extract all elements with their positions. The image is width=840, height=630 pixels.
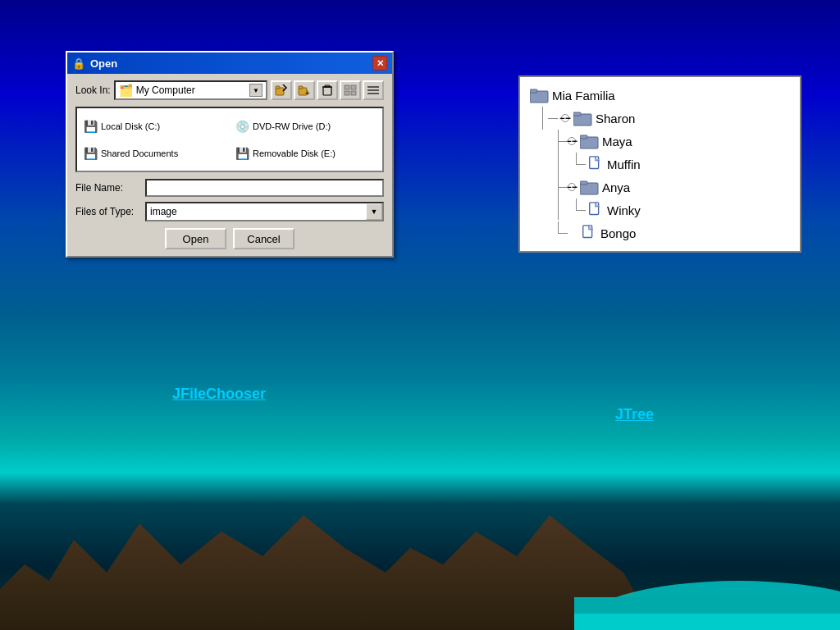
tree-label-bongo: Bongo — [600, 226, 636, 240]
files-area: 💾 Local Disk (C:) 💿 DVD-RW Drive (D:) 💾 … — [75, 107, 384, 172]
look-in-combo[interactable]: 🗂️ My Computer ▼ — [114, 80, 267, 100]
jfilechooser-link[interactable]: JFileChooser — [172, 386, 266, 403]
file-label-d: DVD-RW Drive (D:) — [253, 121, 331, 131]
svg-text:+: + — [305, 89, 310, 96]
up-folder-button[interactable] — [271, 80, 292, 100]
tree-row-sharon: − Sharon — [548, 107, 793, 130]
file-label-e: Removable Disk (E:) — [253, 148, 336, 158]
buttons-row: Open Cancel — [75, 228, 384, 249]
files-of-type-dropdown-arrow[interactable]: ▼ — [366, 203, 382, 220]
maya-children: Muffin — [584, 153, 793, 176]
files-of-type-label: Files of Type: — [75, 206, 145, 217]
sharon-branch: − Sharon − — [536, 107, 793, 244]
dialog-body: Look In: 🗂️ My Computer ▼ + — [67, 74, 392, 256]
folder-icon-sharon — [573, 110, 593, 126]
tree-label-sharon: Sharon — [596, 112, 635, 126]
delete-button[interactable] — [317, 80, 338, 100]
svg-rect-8 — [299, 86, 303, 89]
doc-icon-muffin — [588, 156, 603, 172]
file-item-removable[interactable]: 💾 Removable Disk (E:) — [234, 140, 377, 166]
jtree-link[interactable]: JTree — [615, 406, 654, 423]
tree-row-anya: − Anya — [566, 176, 793, 199]
folder-icon-root — [530, 87, 550, 103]
cancel-button[interactable]: Cancel — [233, 228, 294, 249]
tree-node-mia-familia: Mia Familia — [530, 84, 793, 107]
toolbar-buttons: + — [271, 80, 384, 100]
mountains-silhouette — [0, 466, 840, 630]
file-item-dvd[interactable]: 💿 DVD-RW Drive (D:) — [234, 113, 377, 139]
svg-rect-6 — [276, 86, 280, 89]
connector-sharon — [536, 107, 548, 130]
jtree-panel: Mia Familia − Sharon — [518, 75, 801, 253]
open-button[interactable]: Open — [165, 228, 226, 249]
file-name-input[interactable] — [145, 179, 384, 197]
svg-rect-21 — [530, 89, 537, 93]
view-toggle-button[interactable] — [340, 80, 361, 100]
tree-container: Mia Familia − Sharon — [520, 77, 800, 251]
svg-marker-0 — [0, 515, 410, 630]
file-item-shared[interactable]: 💾 Shared Documents — [82, 140, 226, 166]
file-item-local-disk[interactable]: 💾 Local Disk (C:) — [82, 113, 226, 139]
file-name-row: File Name: — [75, 179, 384, 197]
expand-anya[interactable]: − — [568, 183, 576, 191]
look-in-row: Look In: 🗂️ My Computer ▼ + — [75, 80, 384, 100]
tree-label-mia-familia: Mia Familia — [552, 89, 615, 103]
sharon-children: − Maya — [566, 130, 793, 244]
drive-icon-e: 💾 — [235, 147, 249, 160]
dialog-titlebar: 🔒 Open ✕ — [67, 52, 392, 74]
dialog-title-area: 🔒 Open — [72, 57, 117, 70]
files-of-type-row: Files of Type: image ▼ — [75, 202, 384, 221]
tree-row-maya: − Maya — [566, 130, 793, 153]
lock-icon: 🔒 — [72, 57, 85, 70]
drive-icon-shared: 💾 — [84, 147, 98, 160]
expand-sharon[interactable]: − — [561, 114, 569, 122]
svg-rect-25 — [580, 135, 587, 139]
file-label-shared: Shared Documents — [101, 148, 178, 158]
files-of-type-value: image — [147, 206, 366, 217]
svg-rect-23 — [573, 112, 581, 116]
folder-icon-anya — [580, 179, 600, 195]
svg-rect-12 — [325, 85, 330, 87]
file-label-c: Local Disk (C:) — [101, 121, 160, 131]
look-in-value: My Computer — [136, 84, 249, 96]
svg-rect-4 — [574, 614, 840, 630]
open-dialog: 🔒 Open ✕ Look In: 🗂️ My Computer ▼ + — [66, 51, 394, 258]
tree-label-winky: Winky — [607, 203, 641, 217]
tree-label-anya: Anya — [602, 180, 630, 194]
svg-rect-13 — [345, 85, 349, 89]
svg-rect-15 — [345, 91, 349, 95]
folder-icon-maya — [580, 133, 600, 149]
files-of-type-select[interactable]: image ▼ — [145, 202, 384, 221]
tree-label-muffin: Muffin — [607, 158, 641, 171]
details-button[interactable] — [363, 80, 384, 100]
doc-icon-winky — [588, 202, 603, 218]
tree-row-muffin: Muffin — [584, 153, 793, 176]
svg-rect-16 — [351, 91, 356, 95]
new-folder-button[interactable]: + — [294, 80, 315, 100]
svg-rect-10 — [323, 87, 331, 95]
tree-row-winky: Winky — [584, 199, 793, 221]
expand-maya[interactable]: − — [568, 137, 576, 145]
file-name-label: File Name: — [75, 182, 145, 194]
doc-icon-bongo — [582, 225, 596, 241]
tree-label-maya: Maya — [602, 135, 632, 148]
look-in-dropdown-arrow[interactable]: ▼ — [249, 84, 262, 97]
svg-rect-14 — [351, 85, 356, 89]
dialog-title: Open — [90, 57, 117, 70]
anya-children: Winky — [584, 199, 793, 221]
look-in-label: Look In: — [75, 84, 111, 96]
svg-rect-29 — [580, 181, 587, 185]
tree-row-bongo: Bongo — [566, 221, 793, 244]
close-button[interactable]: ✕ — [372, 56, 387, 71]
folder-icon: 🗂️ — [119, 84, 133, 97]
drive-icon-c: 💾 — [84, 120, 98, 133]
drive-icon-d: 💿 — [235, 120, 249, 133]
